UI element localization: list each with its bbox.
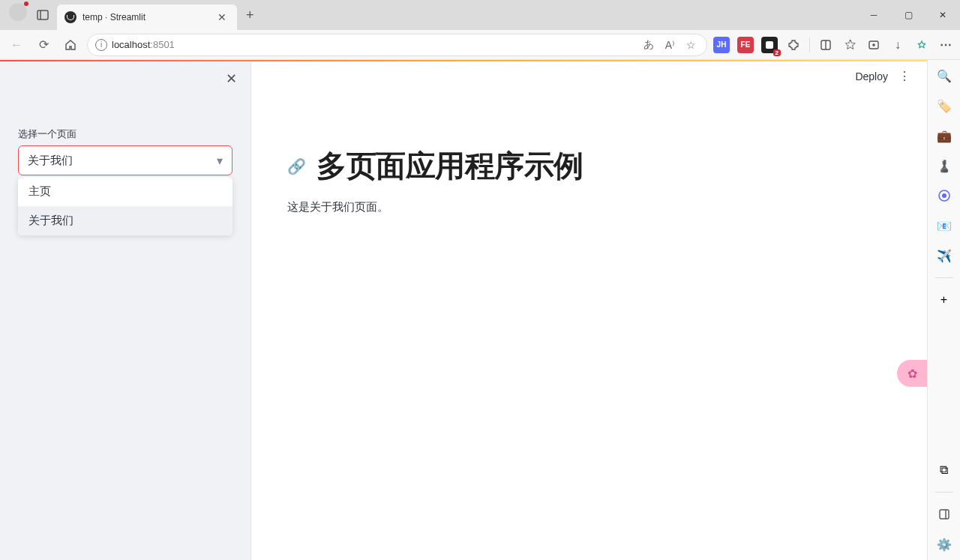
copilot-icon[interactable] [936, 187, 952, 204]
streamlit-app: ✕ 选择一个页面 关于我们 ▾ 主页 关于我们 Deploy ⋮ 🔗 [0, 60, 927, 560]
chevron-down-icon: ▾ [217, 154, 223, 168]
tab-actions-icon[interactable] [36, 8, 50, 22]
address-bar: ← ⟳ i localhost:8501 あ A⁾ ☆ JH FE [0, 30, 960, 60]
downloads-icon[interactable]: ↓ [890, 37, 906, 53]
collections-icon[interactable] [866, 37, 882, 53]
sidebar-separator [935, 492, 953, 493]
shopping-tag-icon[interactable]: 🏷️ [936, 97, 952, 114]
page-select[interactable]: 关于我们 ▾ [18, 145, 232, 175]
back-button[interactable]: ← [6, 34, 27, 55]
panel-toggle-icon[interactable] [936, 506, 952, 523]
extension-fe[interactable]: FE [737, 37, 754, 53]
main-heading-row: 🔗 多页面应用程序示例 [287, 145, 891, 187]
minimize-button[interactable]: ─ [856, 4, 891, 26]
favicon-icon [64, 11, 76, 23]
tab-close-button[interactable]: ✕ [214, 10, 230, 25]
more-menu-icon[interactable]: ⋯ [938, 37, 954, 53]
tab-title: temp · Streamlit [82, 12, 208, 22]
anchor-link-icon[interactable]: 🔗 [287, 157, 306, 175]
streamlit-main: Deploy ⋮ 🔗 多页面应用程序示例 这是关于我们页面。 [251, 60, 927, 560]
select-dropdown: 主页 关于我们 [18, 177, 232, 235]
svg-rect-10 [940, 510, 949, 519]
select-label: 选择一个页面 [18, 127, 232, 141]
select-option-home[interactable]: 主页 [18, 177, 232, 206]
deploy-button[interactable]: Deploy [855, 70, 888, 82]
url-text: localhost:8501 [112, 39, 175, 50]
select-option-about[interactable]: 关于我们 [18, 206, 232, 235]
add-sidebar-item[interactable]: + [936, 292, 952, 308]
read-aloud-icon[interactable]: A⁾ [662, 37, 678, 53]
url-box[interactable]: i localhost:8501 あ A⁾ ☆ [87, 34, 707, 56]
maximize-button[interactable]: ▢ [891, 4, 926, 26]
page-body: 这是关于我们页面。 [287, 200, 891, 214]
outlook-icon[interactable]: 📧 [936, 217, 952, 234]
svg-point-9 [942, 193, 946, 198]
refresh-button[interactable]: ⟳ [33, 34, 54, 55]
titlebar: temp · Streamlit ✕ + ─ ▢ ✕ [0, 0, 960, 30]
deploy-bar: Deploy ⋮ [855, 69, 910, 83]
profile-avatar[interactable] [9, 3, 27, 21]
translate-icon[interactable]: あ [640, 37, 657, 53]
favorites-icon[interactable]: ✩ [842, 37, 858, 53]
close-window-button[interactable]: ✕ [926, 4, 960, 26]
svg-rect-0 [38, 10, 48, 19]
page-title: 多页面应用程序示例 [316, 145, 584, 187]
send-icon[interactable]: ✈️ [936, 247, 952, 264]
app-menu-icon[interactable]: ⋮ [898, 69, 910, 83]
games-icon[interactable]: ♟️ [936, 157, 952, 174]
search-icon[interactable]: 🔍 [936, 67, 952, 84]
browser-tab[interactable]: temp · Streamlit ✕ [57, 4, 237, 30]
site-info-icon[interactable]: i [95, 39, 107, 51]
new-tab-button[interactable]: + [246, 7, 254, 23]
select-value: 关于我们 [28, 154, 73, 168]
extensions: JH FE ✩ ↓ ⋯ [713, 37, 954, 53]
extensions-menu-icon[interactable] [785, 37, 802, 53]
floating-badge[interactable]: ✿ [897, 360, 927, 387]
settings-icon[interactable]: ⚙️ [936, 536, 952, 553]
extension-notifications[interactable] [761, 37, 778, 53]
window-controls: ─ ▢ ✕ [856, 0, 960, 30]
divider [809, 37, 810, 52]
performance-icon[interactable] [914, 37, 930, 53]
screenshot-icon[interactable]: ⧉ [936, 462, 952, 478]
home-button[interactable] [60, 34, 81, 55]
extension-jh[interactable]: JH [713, 37, 730, 53]
split-screen-icon[interactable] [818, 37, 834, 53]
streamlit-sidebar: ✕ 选择一个页面 关于我们 ▾ 主页 关于我们 [0, 60, 251, 560]
tools-icon[interactable]: 💼 [936, 127, 952, 144]
sidebar-close-button[interactable]: ✕ [226, 70, 237, 87]
edge-sidebar: 🔍 🏷️ 💼 ♟️ 📧 ✈️ + ⧉ ⚙️ [927, 60, 960, 560]
sidebar-separator [935, 277, 953, 278]
favorite-icon[interactable]: ☆ [682, 37, 699, 53]
svg-rect-2 [766, 41, 773, 49]
